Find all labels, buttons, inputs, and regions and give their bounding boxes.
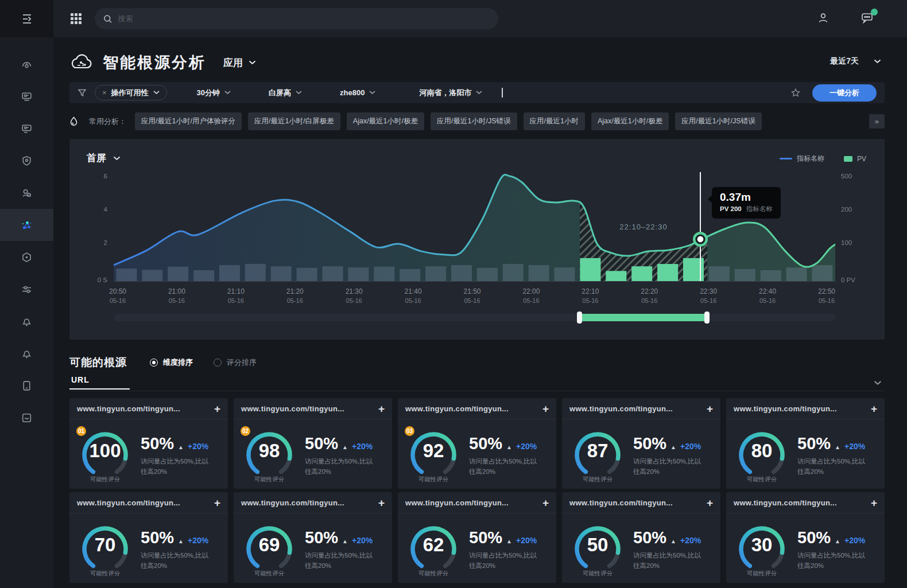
quick-analysis-chip[interactable]: 应用/最近1小时/JS错误 bbox=[431, 112, 517, 130]
card-url-link[interactable]: www.tingyun.com/tingyun... bbox=[569, 499, 673, 507]
add-to-analysis-icon[interactable]: + bbox=[214, 403, 220, 414]
add-to-analysis-icon[interactable]: + bbox=[378, 497, 385, 508]
search-input[interactable] bbox=[118, 14, 490, 23]
collapse-section-icon[interactable] bbox=[874, 377, 882, 388]
card-url-link[interactable]: www.tingyun.com/tingyun... bbox=[405, 404, 509, 413]
chart-tooltip: 0.37m PV 200 指标名称 bbox=[712, 187, 781, 219]
card-url-link[interactable]: www.tingyun.com/tingyun... bbox=[77, 404, 180, 413]
brush-handle-left[interactable] bbox=[577, 311, 582, 324]
card-description: 访问量占比为50%,比以往高20% bbox=[469, 551, 540, 571]
quick-analysis-label: 常用分析： bbox=[89, 116, 126, 127]
favorite-star-icon[interactable] bbox=[790, 88, 801, 98]
pv-bar bbox=[709, 266, 730, 281]
score-gauge: 62 可能性评分 bbox=[406, 520, 461, 578]
sidebar-item-hexagon-module[interactable] bbox=[0, 241, 53, 273]
add-to-analysis-icon[interactable]: + bbox=[707, 497, 713, 508]
root-card: www.tingyun.com/tingyun... + 70 可能性评分 bbox=[69, 492, 228, 583]
time-brush-selection[interactable] bbox=[580, 314, 707, 321]
filter-funnel-icon[interactable] bbox=[77, 88, 87, 98]
sidebar-item-gauge[interactable] bbox=[0, 48, 53, 80]
card-description: 访问量占比为50%,比以往高20% bbox=[141, 551, 212, 571]
sidebar-item-root-cause-network[interactable] bbox=[0, 209, 53, 241]
add-to-analysis-icon[interactable]: + bbox=[542, 497, 549, 508]
pv-bar bbox=[374, 267, 394, 281]
sidebar-item-user-insight[interactable] bbox=[0, 177, 53, 209]
sidebar-item-alert-bell-2[interactable] bbox=[0, 337, 53, 369]
sidebar-item-mobile-device[interactable] bbox=[0, 369, 53, 402]
filter-dropdown-period[interactable]: 30分钟 bbox=[197, 88, 231, 98]
card-url-link[interactable]: www.tingyun.com/tingyun... bbox=[734, 499, 837, 507]
score-label: 可能性评分 bbox=[242, 476, 297, 484]
card-url-link[interactable]: www.tingyun.com/tingyun... bbox=[734, 404, 837, 413]
card-url-link[interactable]: www.tingyun.com/tingyun... bbox=[569, 404, 673, 413]
filter-dropdown-region[interactable]: 河南省，洛阳市 bbox=[419, 88, 482, 98]
card-url-link[interactable]: www.tingyun.com/tingyun... bbox=[241, 499, 344, 507]
tooltip-pv: PV 200 bbox=[720, 205, 742, 212]
remove-filter-icon[interactable]: × bbox=[102, 88, 107, 97]
up-triangle-icon: ▲ bbox=[342, 538, 348, 544]
tab-url[interactable]: URL bbox=[71, 375, 90, 390]
sidebar-item-app-link[interactable] bbox=[0, 402, 53, 434]
add-to-analysis-icon[interactable]: + bbox=[871, 497, 877, 508]
pv-bar-highlighted bbox=[580, 258, 600, 281]
quick-analysis-chips: 应用/最近1小时/用户体验评分应用/最近1小时/白屏极差Ajax/最近1小时/极… bbox=[135, 112, 762, 130]
root-card: www.tingyun.com/tingyun... + 87 可能性评分 bbox=[562, 398, 720, 489]
delta-percent: +20% bbox=[844, 536, 865, 545]
card-url-link[interactable]: www.tingyun.com/tingyun... bbox=[77, 499, 180, 507]
add-to-analysis-icon[interactable]: + bbox=[378, 403, 385, 414]
global-search[interactable] bbox=[95, 8, 498, 29]
one-click-analyze-button[interactable]: 一键分析 bbox=[812, 84, 877, 102]
sidebar-item-shield-health[interactable] bbox=[0, 145, 53, 177]
time-brush-track[interactable] bbox=[114, 314, 835, 321]
scope-selector[interactable]: 应用 bbox=[223, 56, 256, 69]
legend-item-pv[interactable]: PV bbox=[844, 155, 866, 163]
legend-item-metric[interactable]: 指标名称 bbox=[780, 154, 824, 163]
up-triangle-icon: ▲ bbox=[835, 538, 840, 544]
topbar bbox=[53, 0, 907, 37]
quick-analysis-chip[interactable]: 应用/最近1小时 bbox=[524, 112, 585, 130]
add-to-analysis-icon[interactable]: + bbox=[214, 497, 220, 508]
score-label: 可能性评分 bbox=[406, 476, 461, 484]
score-label: 可能性评分 bbox=[734, 570, 789, 578]
brush-handle-right[interactable] bbox=[704, 311, 710, 324]
chart-metric-label: 首屏 bbox=[87, 151, 106, 165]
filter-bar: × 操作可用性 30分钟 白屏高 zhe800 bbox=[69, 82, 885, 103]
sidebar-item-settings-sliders[interactable] bbox=[0, 273, 53, 305]
filter-pill-availability[interactable]: × 操作可用性 bbox=[95, 85, 167, 100]
sidebar-item-monitor-report[interactable] bbox=[0, 80, 53, 112]
time-range-selector[interactable]: 最近7天 bbox=[830, 56, 881, 67]
pv-bar bbox=[168, 267, 188, 281]
add-to-analysis-icon[interactable]: + bbox=[542, 403, 549, 414]
more-chips-button[interactable]: » bbox=[869, 114, 885, 128]
root-card: www.tingyun.com/tingyun... + 62 可能性评分 bbox=[398, 492, 556, 583]
filter-dropdown-metric[interactable]: 白屏高 bbox=[269, 88, 302, 98]
quick-analysis-chip[interactable]: Ajax/最近1小时/极差 bbox=[347, 112, 424, 130]
card-url-link[interactable]: www.tingyun.com/tingyun... bbox=[241, 404, 344, 413]
chevron-down-icon bbox=[153, 91, 160, 95]
hexagon-module-icon bbox=[21, 251, 33, 263]
sort-option-0[interactable]: 维度排序 bbox=[150, 357, 193, 368]
app-launcher-icon[interactable] bbox=[71, 13, 82, 25]
user-account-icon[interactable] bbox=[816, 10, 831, 25]
quick-analysis-chip[interactable]: Ajax/最近1小时/极差 bbox=[591, 112, 669, 130]
traffic-percent: 50% bbox=[469, 434, 502, 453]
add-to-analysis-icon[interactable]: + bbox=[707, 403, 713, 414]
sidebar-collapse-icon[interactable] bbox=[19, 11, 35, 27]
sort-option-1[interactable]: 评分排序 bbox=[214, 357, 257, 368]
filter-dropdown-app[interactable]: zhe800 bbox=[340, 88, 375, 97]
card-url-link[interactable]: www.tingyun.com/tingyun... bbox=[405, 499, 509, 507]
quick-analysis-chip[interactable]: 应用/最近1小时/用户体验评分 bbox=[135, 112, 242, 130]
roots-tabs: URL bbox=[69, 375, 885, 391]
chart-metric-selector[interactable]: 首屏 bbox=[87, 151, 121, 165]
sidebar-item-alert-bell[interactable] bbox=[0, 305, 53, 337]
score-label: 可能性评分 bbox=[734, 476, 789, 484]
sidebar-item-monitor-report-2[interactable] bbox=[0, 112, 53, 145]
chevron-down-icon bbox=[874, 59, 881, 64]
pv-bar bbox=[477, 268, 498, 281]
quick-analysis-chip[interactable]: 应用/最近1小时/白屏极差 bbox=[248, 112, 340, 130]
up-triangle-icon: ▲ bbox=[178, 444, 184, 450]
add-to-analysis-icon[interactable]: + bbox=[871, 403, 877, 414]
gauge-icon bbox=[21, 59, 33, 71]
messages-icon[interactable] bbox=[861, 10, 875, 25]
quick-analysis-chip[interactable]: 应用/最近1小时/JS错误 bbox=[675, 112, 762, 130]
